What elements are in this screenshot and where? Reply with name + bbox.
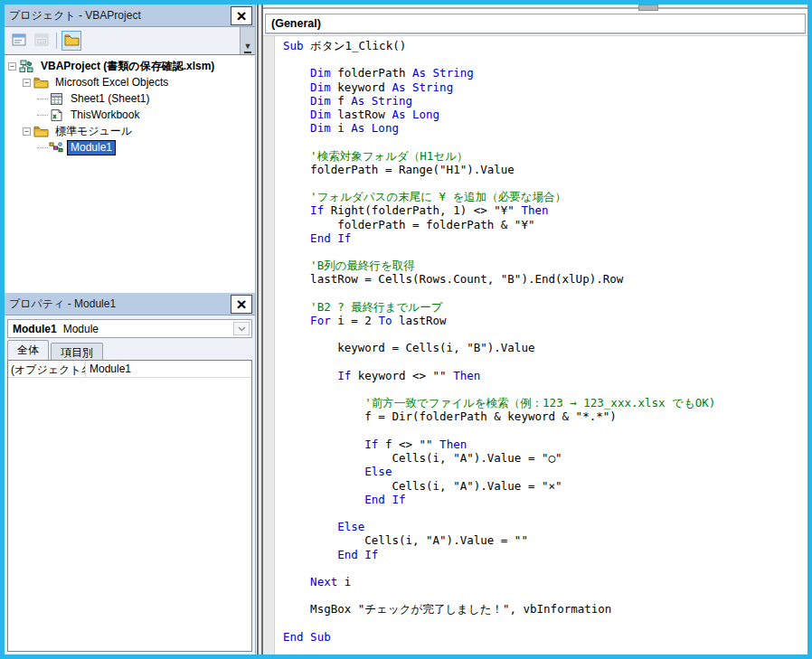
code-line: keyword = Cells(i, "B").Value (283, 341, 807, 354)
object-dropdown[interactable]: (General) (265, 14, 806, 33)
chevron-down-icon (233, 322, 250, 335)
properties-tabs: 全体項目別 (5, 340, 255, 360)
property-name: (オブジェクト名) (8, 361, 86, 377)
code-line (283, 506, 807, 520)
properties-panel: プロパティ - Module1 × Module1 Module 全体項目別 (… (5, 293, 256, 654)
code-line (283, 135, 807, 148)
tree-item-module1[interactable]: Module1 (5, 139, 255, 155)
code-line: If Right(folderPath, 1) <> "¥" Then (283, 203, 807, 217)
toolbar-separator (56, 33, 57, 49)
code-line (283, 424, 807, 438)
code-line: If keyword <> "" Then (283, 369, 807, 382)
properties-tab-active[interactable]: 全体 (7, 340, 49, 360)
collapse-icon[interactable]: − (8, 62, 16, 71)
code-line (283, 52, 807, 66)
folder-icon (64, 33, 80, 49)
code-text: Sub ボタン1_Click() Dim folderPath As Strin… (275, 39, 807, 654)
code-line: 'B2 ? 最終行までループ (283, 300, 807, 314)
properties-object-type: Module (63, 323, 99, 335)
collapse-icon[interactable]: − (23, 79, 31, 87)
code-line (283, 327, 807, 341)
toggle-folders-button[interactable] (61, 31, 81, 51)
properties-close-button[interactable]: × (231, 295, 252, 314)
code-line: Cells(i, "A").Value = "×" (283, 479, 807, 493)
code-line: lastRow = Cells(Rows.Count, "B").End(xlU… (283, 272, 807, 286)
code-line (283, 355, 807, 369)
worksheet-icon (49, 91, 64, 106)
code-line (283, 287, 807, 300)
tree-connector (37, 147, 48, 148)
project-explorer-title: プロジェクト - VBAProject (9, 8, 141, 24)
tree-connector (37, 99, 48, 99)
properties-object-dropdown[interactable]: Module1 Module (7, 319, 252, 338)
tree-item-microsoft-excel-objects[interactable]: −Microsoft Excel Objects (5, 74, 255, 90)
code-line: '前方一致でファイルを検索（例：123 → 123_xxx.xlsx でもOK) (283, 396, 807, 410)
tree-item-label: 標準モジュール (52, 124, 136, 139)
project-tree: −VBAProject (書類の保存確認.xlsm)−Microsoft Exc… (5, 54, 255, 293)
tree-item-label: ThisWorkbook (67, 108, 143, 123)
properties-titlebar: プロパティ - Module1 × (5, 293, 255, 315)
code-line: Sub ボタン1_Click() (283, 39, 807, 52)
folder-icon (33, 124, 49, 138)
code-line: 'フォルダパスの末尾に ¥ を追加（必要な場合） (283, 190, 807, 203)
code-line: Else (283, 520, 807, 533)
code-line: f = Dir(folderPath & keyword & "*.*") (283, 410, 807, 423)
code-window-top (263, 5, 807, 13)
code-line: Else (283, 465, 807, 478)
object-dropdown-row: (General) (263, 13, 807, 35)
properties-grid: (オブジェクト名)Module1 (7, 360, 252, 652)
project-explorer-panel: プロジェクト - VBAProject × ▼ −VBAProject (書類の… (5, 5, 256, 293)
code-line (283, 382, 807, 396)
close-icon: × (236, 7, 246, 24)
code-line: Dim i As Long (283, 121, 807, 135)
code-line (283, 617, 807, 630)
code-line: Dim f As String (283, 94, 807, 108)
code-line: '検索対象フォルダ（H1セル） (283, 149, 807, 163)
module-icon (49, 140, 64, 155)
code-line: End Sub (283, 630, 807, 644)
project-explorer-close-button[interactable]: × (231, 6, 252, 25)
properties-tab-inactive[interactable]: 項目別 (51, 343, 103, 360)
view-object-button[interactable] (32, 31, 52, 51)
code-line: If f <> "" Then (283, 438, 807, 451)
code-line: folderPath = folderPath & "¥" (283, 218, 807, 231)
code-line: Dim lastRow As Long (283, 108, 807, 121)
view-code-icon (12, 33, 26, 49)
code-window: (General) Sub ボタン1_Click() Dim folderPat… (263, 5, 807, 654)
tree-item--[interactable]: −標準モジュール (5, 123, 255, 139)
code-line: End If (283, 548, 807, 561)
code-editor[interactable]: Sub ボタン1_Click() Dim folderPath As Strin… (263, 35, 807, 654)
view-object-icon (34, 33, 49, 49)
code-line: Cells(i, "A").Value = "○" (283, 451, 807, 465)
collapse-icon[interactable]: − (23, 127, 31, 136)
tree-item-label: Microsoft Excel Objects (52, 75, 172, 90)
folder-icon (33, 75, 49, 89)
code-line: End If (283, 231, 807, 245)
code-line: Next i (283, 575, 807, 588)
tree-item-sheet1-sheet1-[interactable]: Sheet1 (Sheet1) (5, 90, 255, 107)
code-line: Dim keyword As String (283, 80, 807, 94)
tree-item-thisworkbook[interactable]: ThisWorkbook (5, 107, 255, 123)
project-explorer-titlebar: プロジェクト - VBAProject × (5, 5, 255, 27)
code-line: Dim folderPath As String (283, 66, 807, 80)
code-line: folderPath = Range("H1").Value (283, 163, 807, 176)
panel-splitter[interactable] (257, 5, 263, 654)
code-line (283, 588, 807, 602)
project-explorer-toolbar: ▼ (5, 27, 255, 54)
workbook-icon (49, 108, 64, 122)
view-code-button[interactable] (9, 31, 29, 51)
tree-item-label: Sheet1 (Sheet1) (67, 91, 153, 107)
split-handle[interactable] (638, 5, 658, 11)
code-line: 'B列の最終行を取得 (283, 259, 807, 272)
tree-scroll-button[interactable]: ▼ (240, 27, 255, 54)
code-line: MsgBox "チェックが完了しました！", vbInformation (283, 602, 807, 616)
code-line: Cells(i, "A").Value = "" (283, 533, 807, 547)
tree-item-vbaproject-xlsm-[interactable]: −VBAProject (書類の保存確認.xlsm) (5, 58, 255, 74)
tree-item-label: VBAProject (書類の保存確認.xlsm) (37, 59, 218, 74)
code-line (283, 176, 807, 190)
properties-title: プロパティ - Module1 (9, 297, 116, 312)
tree-item-label: Module1 (67, 140, 116, 155)
property-value[interactable]: Module1 (86, 361, 251, 377)
code-line: End If (283, 493, 807, 506)
property-row: (オブジェクト名)Module1 (8, 361, 251, 378)
